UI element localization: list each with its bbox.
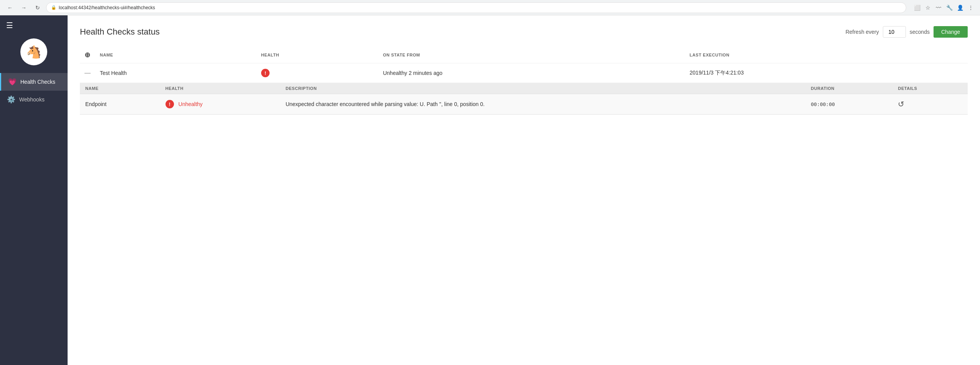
name-col-header: NAME <box>95 47 257 63</box>
ext-2-icon[interactable]: 🔧 <box>945 3 954 12</box>
translate-icon[interactable]: ⬜ <box>912 3 922 12</box>
avatar: 🐴 <box>20 38 47 65</box>
ext-1-icon[interactable]: 〰 <box>934 3 943 12</box>
add-icon[interactable]: ⊕ <box>84 51 91 59</box>
reload-button[interactable]: ↻ <box>32 2 43 13</box>
webhooks-icon: ⚙️ <box>7 95 15 104</box>
sub-table: NAME HEALTH DESCRIPTION DURATION DETAILS… <box>80 83 968 114</box>
health-checks-icon: 💗 <box>8 78 17 86</box>
sub-table-header-row: NAME HEALTH DESCRIPTION DURATION DETAILS <box>80 83 968 94</box>
bookmark-icon[interactable]: ☆ <box>923 3 932 12</box>
duration-text: 00:00:00 <box>811 101 835 107</box>
expand-icon[interactable]: — <box>84 70 91 76</box>
row-name: Test Health <box>95 63 257 83</box>
sidebar-header: ☰ <box>0 15 68 35</box>
sub-duration-col-header: DURATION <box>805 83 892 94</box>
on-state-from-col-header: ON STATE FROM <box>378 47 685 63</box>
sidebar-item-health-checks[interactable]: 💗 Health Checks <box>0 73 68 91</box>
sub-description-col-header: DESCRIPTION <box>280 83 806 94</box>
sub-row-name: Endpoint <box>80 94 160 114</box>
lock-icon: 🔒 <box>51 5 56 10</box>
sidebar-item-webhooks[interactable]: ⚙️ Webhooks <box>0 91 68 108</box>
unhealthy-status-icon: ! <box>261 69 270 77</box>
sub-row-description: Unexpected character encountered while p… <box>280 94 806 114</box>
refresh-label: Refresh every <box>846 29 879 35</box>
seconds-label: seconds <box>910 29 930 35</box>
add-col-header: ⊕ <box>80 47 95 63</box>
back-button[interactable]: ← <box>5 2 15 13</box>
browser-bar: ← → ↻ 🔒 localhost:44342/healthchecks-ui#… <box>0 0 980 15</box>
refresh-input[interactable] <box>883 26 906 38</box>
browser-extensions: ⬜ ☆ 〰 🔧 👤 ⋮ <box>912 3 975 12</box>
row-health: ! <box>257 63 378 83</box>
sidebar-nav: 💗 Health Checks ⚙️ Webhooks <box>0 73 68 108</box>
health-col-header: HEALTH <box>257 47 378 63</box>
sub-table-cell: NAME HEALTH DESCRIPTION DURATION DETAILS… <box>80 83 968 115</box>
sidebar-item-label-health-checks: Health Checks <box>20 79 55 85</box>
ext-3-icon[interactable]: 👤 <box>955 3 965 12</box>
sub-row-details[interactable]: ↺ <box>892 94 968 114</box>
page-title: Health Checks status <box>80 27 160 37</box>
avatar-emoji: 🐴 <box>26 45 41 59</box>
health-checks-table: ⊕ NAME HEALTH ON STATE FROM LAST EXECUTI… <box>80 47 968 115</box>
row-on-state-from: Unhealthy 2 minutes ago <box>378 63 685 83</box>
sub-unhealthy-status-icon: ! <box>166 100 174 108</box>
refresh-controls: Refresh every seconds Change <box>846 26 968 38</box>
table-row: — Test Health ! Unhealthy 2 minutes ago … <box>80 63 968 83</box>
row-last-execution: 2019/11/3 下午4:21:03 <box>685 63 968 83</box>
sub-row-health: ! Unhealthy <box>160 94 280 114</box>
expand-cell[interactable]: — <box>80 63 95 83</box>
sidebar: ☰ 🐴 💗 Health Checks ⚙️ Webhooks <box>0 15 68 365</box>
sub-name-col-header: NAME <box>80 83 160 94</box>
sub-table-row: NAME HEALTH DESCRIPTION DURATION DETAILS… <box>80 83 968 115</box>
sub-row-duration: 00:00:00 <box>805 94 892 114</box>
sidebar-item-label-webhooks: Webhooks <box>19 96 45 103</box>
change-button[interactable]: Change <box>934 26 968 38</box>
sub-details-col-header: DETAILS <box>892 83 968 94</box>
last-execution-col-header: LAST EXECUTION <box>685 47 968 63</box>
app-layout: ☰ 🐴 💗 Health Checks ⚙️ Webhooks Health C… <box>0 15 980 365</box>
sub-unhealthy-label: Unhealthy <box>179 101 203 107</box>
history-icon[interactable]: ↺ <box>898 100 904 108</box>
main-content: Health Checks status Refresh every secon… <box>68 15 980 365</box>
hamburger-icon[interactable]: ☰ <box>6 21 13 30</box>
sub-table-data-row: Endpoint ! Unhealthy Unexpected characte… <box>80 94 968 114</box>
sub-health-col-header: HEALTH <box>160 83 280 94</box>
menu-icon[interactable]: ⋮ <box>966 3 975 12</box>
address-bar[interactable]: 🔒 localhost:44342/healthchecks-ui#/healt… <box>46 2 906 13</box>
table-header-row: ⊕ NAME HEALTH ON STATE FROM LAST EXECUTI… <box>80 47 968 63</box>
page-header: Health Checks status Refresh every secon… <box>80 26 968 38</box>
forward-button[interactable]: → <box>18 2 29 13</box>
url-text: localhost:44342/healthchecks-ui#/healthc… <box>59 5 155 10</box>
